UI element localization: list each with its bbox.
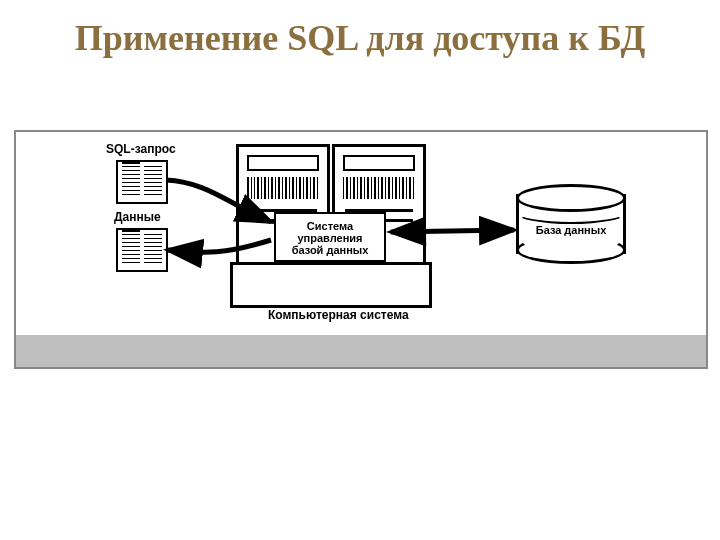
frame-footer-band bbox=[16, 335, 706, 367]
data-label: Данные bbox=[114, 210, 161, 224]
database-label: База данных bbox=[516, 224, 626, 236]
sql-query-doc bbox=[116, 160, 168, 204]
computer-system-label: Компьютерная система bbox=[268, 308, 409, 322]
computer-system: Система управления базой данных bbox=[236, 144, 426, 304]
dbms-box: Система управления базой данных bbox=[274, 212, 386, 262]
dbms-line2: управления bbox=[276, 232, 384, 244]
data-doc bbox=[116, 228, 168, 272]
slide-title: Применение SQL для доступа к БД bbox=[0, 0, 720, 69]
sql-query-label: SQL-запрос bbox=[106, 142, 176, 156]
dbms-line1: Система bbox=[276, 220, 384, 232]
database-cylinder: База данных bbox=[516, 184, 626, 264]
dbms-line3: базой данных bbox=[276, 244, 384, 256]
diagram-frame: SQL-запрос Данные Система управления баз… bbox=[14, 130, 708, 369]
computer-base bbox=[230, 262, 432, 308]
